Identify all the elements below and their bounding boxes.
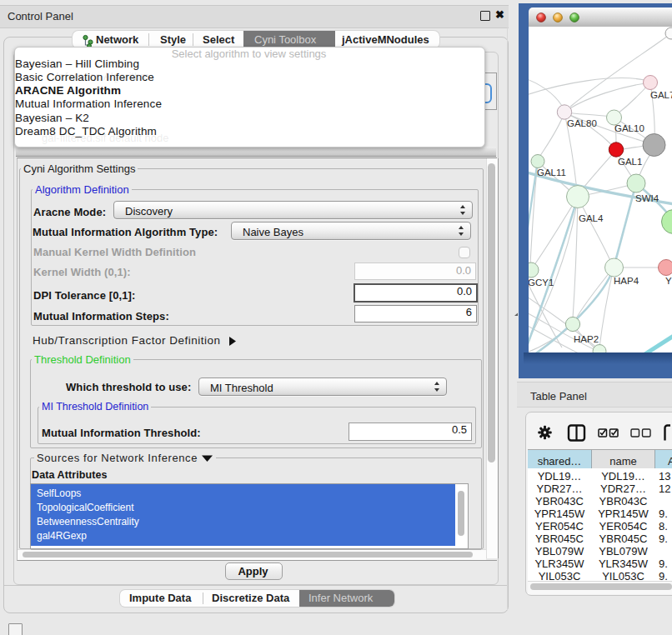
svg-text:SWI4: SWI4 bbox=[635, 193, 659, 203]
svg-text:GAL80: GAL80 bbox=[567, 118, 597, 128]
svg-text:GAL10: GAL10 bbox=[614, 123, 644, 133]
svg-text:GCY1: GCY1 bbox=[529, 278, 554, 288]
svg-text:Y: Y bbox=[665, 276, 672, 286]
svg-text:GAL11: GAL11 bbox=[537, 168, 566, 178]
svg-text:GAL7: GAL7 bbox=[650, 90, 672, 100]
svg-text:GAL1: GAL1 bbox=[618, 157, 642, 167]
svg-text:HAP2: HAP2 bbox=[574, 334, 599, 344]
svg-text:GAL4: GAL4 bbox=[579, 213, 604, 223]
svg-text:HAP4: HAP4 bbox=[614, 276, 639, 286]
